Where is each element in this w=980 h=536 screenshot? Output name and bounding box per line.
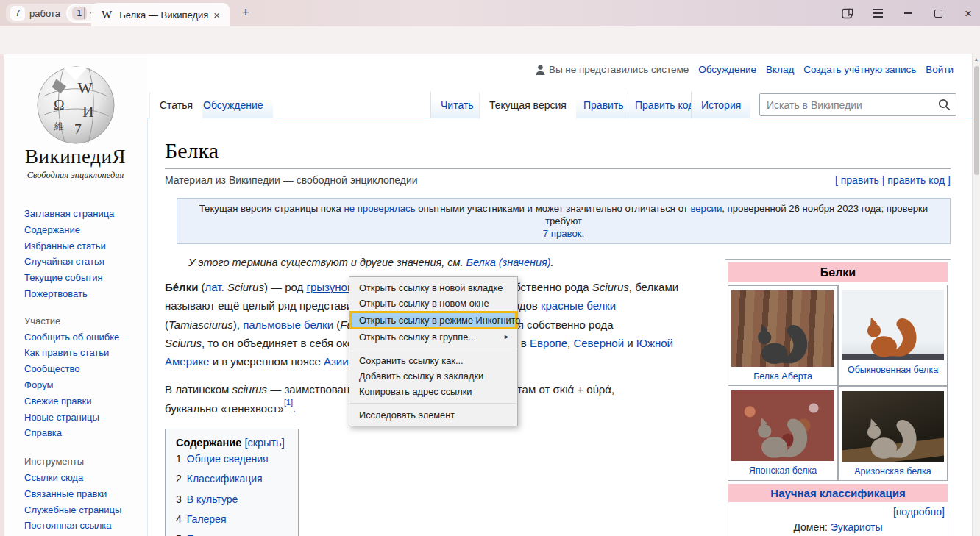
tab-close-icon[interactable]: × — [211, 9, 222, 21]
sidebar-item[interactable]: Свежие правки — [24, 393, 147, 410]
context-menu-item[interactable]: Открыть ссылку в группе...► — [349, 329, 517, 345]
inline-link[interactable]: пальмовые белки — [243, 318, 333, 331]
inline-link[interactable]: лат. — [205, 281, 224, 293]
side-panel-icon[interactable] — [842, 7, 853, 19]
close-window-button[interactable]: × — [962, 7, 974, 19]
svg-text:維: 維 — [54, 121, 64, 132]
squirrel-photo[interactable] — [842, 391, 944, 462]
inline-link[interactable]: Северной — [573, 337, 624, 349]
inline-link[interactable]: Южной — [636, 337, 673, 349]
minimize-button[interactable] — [902, 7, 914, 19]
browser-tab-title: Белка — Википедия — [119, 10, 211, 21]
sidebar-item[interactable]: Сообщить об ошибке — [24, 329, 147, 346]
inline-link[interactable]: править код — [887, 174, 945, 186]
new-tab-button[interactable]: + — [237, 4, 255, 21]
sidebar-item[interactable]: Служебные страницы — [24, 502, 147, 518]
sidebar-item[interactable]: Избранные статьи — [24, 238, 147, 254]
gallery-cell: Японская белка — [728, 385, 838, 481]
sidebar-item: Участие — [24, 313, 147, 329]
inline-link[interactable]: Белка (значения) — [466, 257, 551, 268]
photo-caption[interactable]: Белка Аберта — [731, 367, 834, 382]
context-menu-item[interactable]: Сохранить ссылку как... — [349, 353, 517, 368]
wikipedia-logo[interactable]: W Ω И 7 維 ВикипедиЯ Свободная энциклопед… — [4, 63, 147, 181]
context-menu-item[interactable]: Открыть ссылку в режиме Инкогнито — [349, 311, 517, 329]
squirrel-illustration-icon — [746, 306, 820, 367]
scrollbar-thumb[interactable] — [974, 66, 979, 175]
sidebar-item: Инструменты — [24, 454, 147, 470]
sidebar-item[interactable]: Связанные правки — [24, 486, 147, 502]
active-browser-tab[interactable]: W Белка — Википедия × — [91, 3, 230, 26]
toc-item[interactable]: 1Общие сведения — [176, 450, 285, 468]
inline-link[interactable]: Азии — [324, 355, 349, 368]
inline-link[interactable]: [1] — [284, 398, 293, 407]
toc-list: 1Общие сведения 2Классификация 3В культу… — [176, 450, 285, 536]
submenu-arrow-icon: ► — [503, 329, 510, 345]
toc-hide-link[interactable]: [скрыть] — [244, 437, 284, 449]
article-tab[interactable]: Статья — [149, 92, 202, 119]
sidebar-item[interactable]: Пожертвовать — [24, 286, 147, 302]
inline-link[interactable]: Европе — [530, 337, 567, 349]
toc-item[interactable]: 3В культуре — [176, 490, 285, 509]
browser-menu-icon[interactable] — [872, 7, 884, 19]
inline-link[interactable]: не проверялась — [344, 203, 415, 214]
sidebar-item[interactable]: Справка — [24, 425, 147, 441]
toc-title: Содержание — [176, 437, 241, 449]
sidebar-item[interactable]: Содержание — [24, 222, 147, 238]
article-tab[interactable]: Читать — [430, 92, 483, 118]
inline-link[interactable]: красные белки — [541, 299, 616, 312]
squirrel-illustration-icon — [856, 405, 929, 462]
classification-detail-link[interactable]: [подробно] — [728, 502, 948, 519]
sidebar-item[interactable]: Ссылки сюда — [24, 470, 147, 486]
sidebar-item[interactable]: Текущие события — [24, 270, 147, 286]
sidebar-item[interactable]: Как править статьи — [24, 345, 147, 361]
sidebar-item[interactable]: Постоянная ссылка — [24, 518, 147, 534]
edit-links[interactable]: [ править | править код ] — [835, 174, 951, 186]
classification-value-link[interactable]: Эукариоты — [831, 521, 883, 533]
article-tab[interactable]: История — [691, 92, 750, 118]
classification-header[interactable]: Научная классификация — [728, 484, 948, 502]
inline-link[interactable]: ] — [945, 174, 951, 186]
sidebar-item[interactable]: Сообщество — [24, 361, 147, 377]
sidebar-item[interactable]: Форум — [24, 377, 147, 393]
inline-link[interactable]: версии — [690, 203, 722, 214]
article-tab-bar: Статья Обсуждение Читать Текущая версия … — [147, 92, 972, 118]
squirrel-photo[interactable] — [731, 390, 834, 461]
photo-caption[interactable]: Японская белка — [731, 461, 834, 476]
squirrel-photo[interactable] — [842, 290, 944, 360]
context-menu-item[interactable]: Добавить ссылку в закладки — [349, 368, 517, 384]
toc-item[interactable]: 4Галерея — [176, 510, 285, 529]
personal-link[interactable]: Войти — [926, 64, 954, 75]
inline-link[interactable]: | — [879, 174, 887, 186]
context-menu-item[interactable]: Исследовать элемент — [349, 407, 517, 423]
inline-link[interactable]: [ — [835, 174, 841, 186]
toc-item[interactable]: 2Классификация — [176, 470, 285, 488]
sidebar-item[interactable]: Новые страницы — [24, 410, 147, 426]
inline-link[interactable]: 7 правок — [543, 228, 582, 239]
search-icon[interactable] — [938, 99, 951, 111]
photo-caption[interactable]: Обыкновенная белка — [842, 360, 944, 376]
squirrel-photo[interactable] — [731, 290, 834, 367]
user-icon — [536, 65, 545, 75]
inline-link[interactable]: грызунов — [307, 281, 353, 293]
sidebar-item[interactable]: Заглавная страница — [24, 206, 147, 222]
toc-item[interactable]: 5Примечания — [176, 530, 285, 536]
scroll-up-arrow-icon[interactable]: ▲ — [973, 57, 980, 62]
page-scrollbar[interactable]: ▲ — [972, 54, 980, 536]
inline-link[interactable]: Америке — [165, 355, 209, 368]
tab-strip-separator — [84, 7, 85, 19]
photo-caption[interactable]: Аризонская белка — [842, 462, 944, 477]
personal-link[interactable]: Вклад — [766, 64, 794, 75]
maximize-button[interactable] — [932, 7, 944, 19]
gallery-cell: Аризонская белка — [838, 386, 948, 481]
context-menu-item[interactable]: Копировать адрес ссылки — [349, 384, 517, 399]
article-tab[interactable]: Обсуждение — [193, 92, 273, 118]
context-menu-item[interactable]: Открыть ссылку в новом окне — [349, 296, 517, 311]
wiki-search-input[interactable] — [759, 93, 956, 116]
inline-link[interactable]: править — [841, 174, 879, 186]
sidebar-item[interactable]: Случайная статья — [24, 254, 147, 270]
personal-link[interactable]: Обсуждение — [698, 64, 756, 75]
personal-link[interactable]: Создать учётную запись — [803, 64, 916, 75]
context-menu-item[interactable]: Открыть ссылку в новой вкладке — [349, 280, 517, 296]
tab-group-label: работа — [29, 8, 62, 19]
article-tab[interactable]: Текущая версия — [479, 92, 576, 119]
